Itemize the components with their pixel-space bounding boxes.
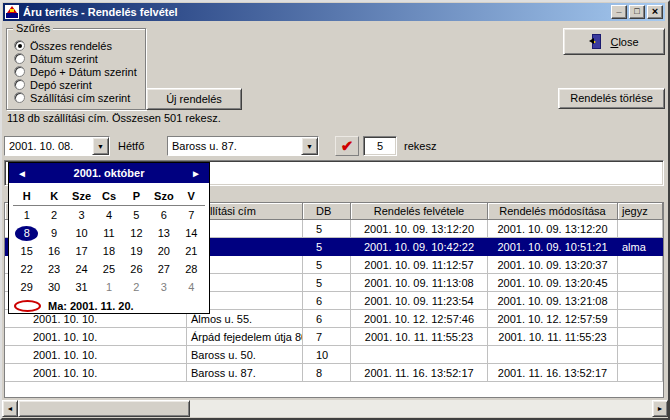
filter-option-label: Dátum szerint xyxy=(30,53,98,65)
new-order-button[interactable]: Új rendelés xyxy=(146,88,242,110)
calendar-day[interactable]: 26 xyxy=(123,260,150,278)
address-combobox[interactable]: Baross u. 87. ▼ xyxy=(167,136,319,156)
horizontal-scrollbar[interactable]: ◄ ► xyxy=(2,400,668,417)
calendar-day[interactable]: 21 xyxy=(178,242,205,260)
calendar-day[interactable]: 2 xyxy=(123,278,150,296)
titlebar[interactable]: Áru terítés - Rendelés felvétel _ □ × xyxy=(3,3,665,21)
calendar-day[interactable]: 15 xyxy=(13,242,40,260)
calendar-day[interactable]: 3 xyxy=(68,206,95,224)
calendar-day[interactable]: 27 xyxy=(150,260,177,278)
calendar-day[interactable]: 4 xyxy=(178,278,205,296)
calendar-day[interactable]: 7 xyxy=(178,206,205,224)
minimize-button[interactable]: _ xyxy=(611,5,627,19)
date-combobox[interactable]: 2001. 10. 08. ▼ xyxy=(4,136,110,156)
grid-column-header[interactable]: jegyz xyxy=(618,203,663,220)
filter-option[interactable]: Dátum szerint xyxy=(7,52,145,65)
calendar-day[interactable]: 1 xyxy=(95,278,122,296)
window-controls: _ □ × xyxy=(611,5,663,19)
crates-input[interactable]: 5 xyxy=(363,136,397,156)
calendar-day-number: 8 xyxy=(15,226,38,241)
calendar-day[interactable]: 11 xyxy=(95,224,122,242)
table-cell-db: 10 xyxy=(303,346,351,364)
radio-icon[interactable] xyxy=(14,40,25,51)
calendar-day[interactable]: 14 xyxy=(178,224,205,242)
red-check-icon: ✔ xyxy=(341,137,354,154)
calendar-day-header: Szo xyxy=(150,190,177,205)
calendar-day[interactable]: 5 xyxy=(123,206,150,224)
calendar-day-number: 11 xyxy=(103,227,114,239)
calendar-today-row[interactable]: Ma: 2001. 11. 20. xyxy=(9,296,209,316)
calendar-day[interactable]: 12 xyxy=(123,224,150,242)
grid-column-header[interactable]: DB xyxy=(303,203,351,220)
calendar-day[interactable]: 8 xyxy=(13,224,40,242)
radio-icon[interactable] xyxy=(14,53,25,64)
calendar-day-number: 2 xyxy=(51,209,57,221)
confirm-check-button[interactable]: ✔ xyxy=(335,136,359,156)
exit-door-icon xyxy=(589,33,603,50)
calendar-day-number: 29 xyxy=(21,281,33,293)
calendar-day-header: P xyxy=(123,190,150,205)
calendar-day[interactable]: 6 xyxy=(150,206,177,224)
calendar-day[interactable]: 1 xyxy=(13,206,40,224)
calendar-day[interactable]: 17 xyxy=(68,242,95,260)
table-row[interactable]: 2001. 10. 10.Baross u. 50.10 xyxy=(5,346,663,364)
calendar-day[interactable]: 10 xyxy=(68,224,95,242)
date-combobox-value[interactable]: 2001. 10. 08. xyxy=(5,137,92,155)
calendar-day[interactable]: 16 xyxy=(40,242,67,260)
calendar-day[interactable]: 25 xyxy=(95,260,122,278)
table-cell-created: 2001. 10. 12. 12:57:46 xyxy=(351,310,488,328)
calendar-day-header: Sze xyxy=(68,190,95,205)
calendar-day-number: 12 xyxy=(130,227,142,239)
calendar-day[interactable]: 29 xyxy=(13,278,40,296)
calendar-day[interactable]: 2 xyxy=(40,206,67,224)
calendar-day[interactable]: 4 xyxy=(95,206,122,224)
scroll-right-button[interactable]: ► xyxy=(652,400,668,417)
calendar-day[interactable]: 23 xyxy=(40,260,67,278)
grid-column-header[interactable]: Rendelés módosítása xyxy=(488,203,618,220)
calendar-day[interactable]: 24 xyxy=(68,260,95,278)
grid-column-header[interactable]: Rendelés felvétele xyxy=(351,203,488,220)
calendar-day[interactable]: 20 xyxy=(150,242,177,260)
calendar-day[interactable]: 28 xyxy=(178,260,205,278)
close-button[interactable]: Close xyxy=(563,28,665,55)
calendar-day[interactable]: 13 xyxy=(150,224,177,242)
address-combobox-value[interactable]: Baross u. 87. xyxy=(168,137,301,155)
arrow-left-icon: ◄ xyxy=(17,168,27,179)
table-row[interactable]: 2001. 10. 10.Árpád fejedelem útja 80.720… xyxy=(5,328,663,346)
filter-option[interactable]: Depó szerint xyxy=(7,78,145,91)
radio-icon[interactable] xyxy=(14,79,25,90)
table-cell-note xyxy=(618,364,663,382)
scroll-left-button[interactable]: ◄ xyxy=(2,400,18,417)
filter-option[interactable]: Szállítási cím szerint xyxy=(7,91,145,104)
calendar-day[interactable]: 22 xyxy=(13,260,40,278)
calendar-day[interactable]: 18 xyxy=(95,242,122,260)
calendar-day[interactable]: 30 xyxy=(40,278,67,296)
table-cell-modified: 2001. 10. 11. 11:55:23 xyxy=(488,328,618,346)
calendar-day-number: 9 xyxy=(51,227,57,239)
scrollbar-thumb[interactable] xyxy=(18,400,190,417)
radio-icon[interactable] xyxy=(14,66,25,77)
calendar-prev-button[interactable]: ◄ xyxy=(11,163,33,183)
close-window-button[interactable]: × xyxy=(647,5,663,19)
calendar-day[interactable]: 3 xyxy=(150,278,177,296)
calendar-day[interactable]: 19 xyxy=(123,242,150,260)
maximize-button[interactable]: □ xyxy=(629,5,645,19)
filter-option[interactable]: Depó + Dátum szerint xyxy=(7,65,145,78)
delete-order-button[interactable]: Rendelés törlése xyxy=(558,88,665,109)
radio-icon[interactable] xyxy=(14,92,25,103)
calendar-next-button[interactable]: ► xyxy=(185,163,207,183)
scrollbar-track[interactable] xyxy=(18,400,652,417)
table-cell-created: 2001. 10. 09. 11:23:54 xyxy=(351,292,488,310)
calendar-day[interactable]: 31 xyxy=(68,278,95,296)
table-cell-modified: 2001. 10. 12. 12:57:59 xyxy=(488,310,618,328)
table-row[interactable]: 2001. 10. 10.Baross u. 87.82001. 11. 16.… xyxy=(5,364,663,382)
table-cell-modified: 2001. 10. 09. 10:51:21 xyxy=(488,238,618,256)
calendar-day-number: 21 xyxy=(185,245,197,257)
filter-option[interactable]: Összes rendelés xyxy=(7,39,145,52)
table-cell-note: alma xyxy=(618,238,663,256)
date-combobox-dropdown-button[interactable]: ▼ xyxy=(92,137,109,155)
calendar-day-headers: HKSzeCsPSzoV xyxy=(13,190,205,206)
address-combobox-dropdown-button[interactable]: ▼ xyxy=(301,137,318,155)
window-title: Áru terítés - Rendelés felvétel xyxy=(23,6,611,18)
calendar-day[interactable]: 9 xyxy=(40,224,67,242)
